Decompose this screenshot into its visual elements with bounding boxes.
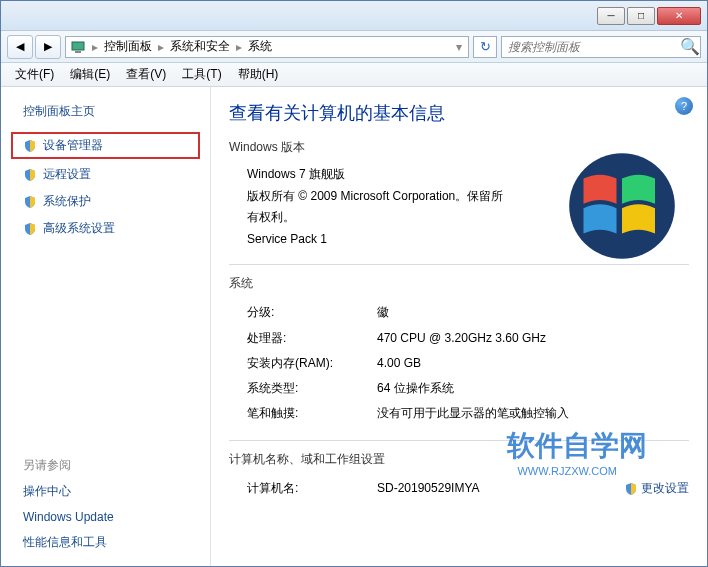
rating-label: 分级: — [247, 303, 377, 322]
refresh-button[interactable]: ↻ — [473, 36, 497, 58]
sidebar-item-label: 系统保护 — [43, 193, 91, 210]
section-system: 系统 — [229, 275, 689, 292]
menu-file[interactable]: 文件(F) — [7, 63, 62, 86]
breadcrumb[interactable]: ▸ 控制面板 ▸ 系统和安全 ▸ 系统 ▾ — [65, 36, 469, 58]
sidebar-link-windows-update[interactable]: Windows Update — [1, 505, 210, 529]
copyright-text: 版权所有 © 2009 Microsoft Corporation。保留所有权利… — [247, 186, 509, 229]
window-controls: ─ □ ✕ — [597, 7, 701, 25]
svg-rect-0 — [72, 42, 84, 50]
divider — [229, 440, 689, 441]
sidebar-item-label: 远程设置 — [43, 166, 91, 183]
change-settings-link[interactable]: 更改设置 — [624, 479, 689, 498]
menu-tools[interactable]: 工具(T) — [174, 63, 229, 86]
nav-buttons: ◀ ▶ — [7, 35, 61, 59]
back-button[interactable]: ◀ — [7, 35, 33, 59]
computer-name-label: 计算机名: — [247, 479, 377, 498]
row-cpu: 处理器: 470 CPU @ 3.20GHz 3.60 GHz — [229, 326, 689, 351]
main-panel: ? 查看有关计算机的基本信息 Windows 版本 Windows 7 旗舰版 … — [211, 87, 707, 566]
shield-icon — [23, 222, 37, 236]
pen-label: 笔和触摸: — [247, 404, 377, 423]
shield-icon — [624, 482, 638, 496]
shield-icon — [23, 139, 37, 153]
forward-button[interactable]: ▶ — [35, 35, 61, 59]
menu-edit[interactable]: 编辑(E) — [62, 63, 118, 86]
row-rating: 分级: 徽 — [229, 300, 689, 325]
shield-icon — [23, 195, 37, 209]
close-button[interactable]: ✕ — [657, 7, 701, 25]
sidebar-item-remote[interactable]: 远程设置 — [1, 161, 210, 188]
search-icon[interactable]: 🔍 — [680, 37, 700, 56]
address-bar: ◀ ▶ ▸ 控制面板 ▸ 系统和安全 ▸ 系统 ▾ ↻ 🔍 — [1, 31, 707, 63]
svg-rect-1 — [75, 51, 81, 53]
sidebar-link-action-center[interactable]: 操作中心 — [1, 478, 210, 505]
pen-value: 没有可用于此显示器的笔或触控输入 — [377, 404, 689, 423]
sidebar-link-performance[interactable]: 性能信息和工具 — [1, 529, 210, 556]
maximize-button[interactable]: □ — [627, 7, 655, 25]
sidebar-item-advanced[interactable]: 高级系统设置 — [1, 215, 210, 242]
cpu-value: 470 CPU @ 3.20GHz 3.60 GHz — [377, 329, 689, 348]
row-computer-name: 计算机名: SD-20190529IMYA 更改设置 — [229, 476, 689, 501]
breadcrumb-sep: ▸ — [234, 40, 244, 54]
shield-icon — [23, 168, 37, 182]
breadcrumb-seg-control-panel[interactable]: 控制面板 — [100, 38, 156, 55]
sidebar-item-label: 设备管理器 — [43, 137, 103, 154]
ram-label: 安装内存(RAM): — [247, 354, 377, 373]
section-computer-name: 计算机名称、域和工作组设置 — [229, 451, 689, 468]
computer-name-value: SD-20190529IMYA — [377, 479, 480, 498]
row-ram: 安装内存(RAM): 4.00 GB — [229, 351, 689, 376]
row-type: 系统类型: 64 位操作系统 — [229, 376, 689, 401]
menu-view[interactable]: 查看(V) — [118, 63, 174, 86]
menu-bar: 文件(F) 编辑(E) 查看(V) 工具(T) 帮助(H) — [1, 63, 707, 87]
dropdown-icon[interactable]: ▾ — [454, 40, 464, 54]
help-icon[interactable]: ? — [675, 97, 693, 115]
sidebar-item-device-manager[interactable]: 设备管理器 — [11, 132, 200, 159]
ram-value: 4.00 GB — [377, 354, 689, 373]
edition-block: Windows 7 旗舰版 版权所有 © 2009 Microsoft Corp… — [229, 164, 509, 250]
sidebar-see-also: 另请参阅 — [1, 447, 210, 478]
windows-logo — [567, 151, 677, 261]
divider — [229, 264, 689, 265]
edition-value: Windows 7 旗舰版 — [247, 164, 509, 186]
svg-point-2 — [569, 153, 675, 259]
sidebar-home-link[interactable]: 控制面板主页 — [1, 97, 210, 130]
sidebar-item-label: 高级系统设置 — [43, 220, 115, 237]
rating-value: 徽 — [377, 303, 689, 322]
sidebar: 控制面板主页 设备管理器 远程设置 系统保护 高级系统设置 另请参阅 操作中心 … — [1, 87, 211, 566]
window: ─ □ ✕ ◀ ▶ ▸ 控制面板 ▸ 系统和安全 ▸ 系统 ▾ ↻ 🔍 文件(F… — [0, 0, 708, 567]
row-pen: 笔和触摸: 没有可用于此显示器的笔或触控输入 — [229, 401, 689, 426]
minimize-button[interactable]: ─ — [597, 7, 625, 25]
type-label: 系统类型: — [247, 379, 377, 398]
page-title: 查看有关计算机的基本信息 — [229, 101, 689, 125]
titlebar: ─ □ ✕ — [1, 1, 707, 31]
search-input[interactable] — [502, 40, 680, 54]
content-area: 控制面板主页 设备管理器 远程设置 系统保护 高级系统设置 另请参阅 操作中心 … — [1, 87, 707, 566]
breadcrumb-seg-security[interactable]: 系统和安全 — [166, 38, 234, 55]
type-value: 64 位操作系统 — [377, 379, 689, 398]
search-box: 🔍 — [501, 36, 701, 58]
computer-icon — [70, 39, 86, 55]
breadcrumb-sep: ▸ — [90, 40, 100, 54]
menu-help[interactable]: 帮助(H) — [230, 63, 287, 86]
change-settings-label: 更改设置 — [641, 479, 689, 498]
sidebar-item-protection[interactable]: 系统保护 — [1, 188, 210, 215]
service-pack: Service Pack 1 — [247, 229, 509, 251]
breadcrumb-sep: ▸ — [156, 40, 166, 54]
cpu-label: 处理器: — [247, 329, 377, 348]
breadcrumb-seg-system[interactable]: 系统 — [244, 38, 276, 55]
